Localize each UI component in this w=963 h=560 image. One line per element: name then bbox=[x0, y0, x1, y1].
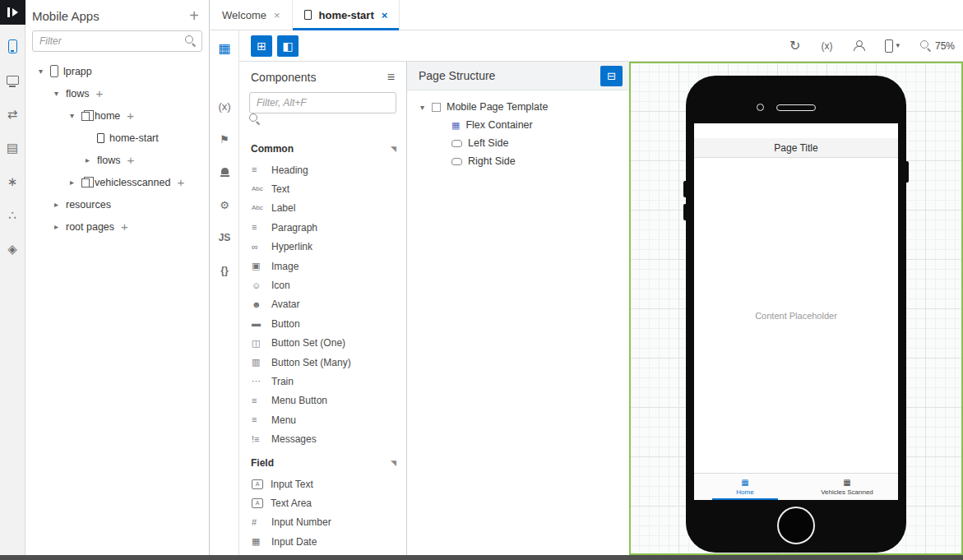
chevron-down-icon: ▾ bbox=[896, 42, 900, 49]
design-canvas[interactable]: Page Title Content Placeholder ▦ Home bbox=[629, 62, 963, 555]
component-item[interactable]: ∞Hyperlink bbox=[239, 238, 406, 257]
section-header[interactable]: Common◥ bbox=[239, 135, 406, 160]
bell-icon[interactable] bbox=[215, 162, 234, 182]
structure-item-left-side[interactable]: Left Side bbox=[407, 134, 629, 152]
refresh-icon[interactable]: ↻ bbox=[789, 39, 800, 53]
tree-item[interactable]: ▸vehiclesscanned+ bbox=[25, 171, 209, 193]
component-item[interactable]: ≡Menu Button bbox=[239, 391, 406, 410]
components-filter-input[interactable] bbox=[249, 92, 396, 113]
component-label: Text bbox=[271, 183, 289, 195]
mobile-apps-icon[interactable] bbox=[4, 38, 21, 54]
publish-button[interactable]: ⊟ bbox=[600, 66, 623, 86]
structure-item-template[interactable]: ▾ Mobile Page Template bbox=[407, 98, 629, 116]
component-item[interactable]: AText Area bbox=[239, 493, 406, 512]
variables-icon[interactable]: (x) bbox=[215, 96, 234, 116]
component-item[interactable]: ▥Button Set (Many) bbox=[239, 353, 406, 372]
component-item[interactable]: AInput Text bbox=[239, 474, 406, 493]
tree-toggle-icon[interactable]: ▾ bbox=[54, 89, 66, 98]
services-swap-icon[interactable]: ⇄ bbox=[4, 105, 21, 122]
component-item[interactable]: !≡Messages bbox=[239, 429, 406, 448]
component-label: Menu Button bbox=[271, 395, 327, 406]
tree-item[interactable]: ▸root pages+ bbox=[25, 215, 209, 238]
tree-toggle-icon[interactable]: ▸ bbox=[70, 178, 81, 187]
add-icon[interactable]: + bbox=[95, 87, 103, 100]
apps-filter-input[interactable] bbox=[32, 30, 202, 52]
zoom-control[interactable]: 75% bbox=[920, 40, 955, 52]
source-view-icon[interactable]: ◈ bbox=[4, 240, 21, 257]
phone-tab-vehicles[interactable]: ▦ Vehicles Scanned bbox=[796, 474, 898, 500]
component-item[interactable]: ☻Avatar bbox=[239, 295, 406, 314]
phone-screen[interactable]: Page Title Content Placeholder ▦ Home bbox=[694, 123, 898, 500]
web-apps-icon[interactable] bbox=[4, 72, 21, 88]
component-item[interactable]: ▣Image bbox=[239, 257, 406, 275]
apps-panel-title: Mobile Apps bbox=[32, 9, 100, 23]
close-icon[interactable]: × bbox=[274, 10, 280, 21]
component-label: Avatar bbox=[271, 299, 299, 310]
add-icon[interactable]: + bbox=[127, 154, 134, 166]
processes-icon[interactable]: ∴ bbox=[4, 206, 21, 223]
tree-item[interactable]: home-start bbox=[25, 127, 209, 149]
tree-item[interactable]: ▸flows+ bbox=[25, 149, 209, 171]
tree-toggle-icon[interactable]: ▸ bbox=[54, 200, 66, 209]
component-icon: ☺ bbox=[252, 280, 264, 291]
page-title-bar[interactable]: Page Title bbox=[694, 138, 898, 158]
tree-item-label: flows bbox=[97, 155, 120, 166]
tree-toggle-icon[interactable]: ▾ bbox=[39, 67, 50, 76]
tab-home-start[interactable]: home-start × bbox=[293, 0, 400, 30]
component-item[interactable]: ▦Input Date bbox=[239, 532, 406, 551]
tree-toggle-icon[interactable]: ▾ bbox=[70, 111, 81, 120]
structure-item-right-side[interactable]: Right Side bbox=[407, 152, 629, 170]
component-item[interactable]: ☺Icon bbox=[239, 275, 406, 294]
device-selector[interactable]: ▾ bbox=[885, 39, 900, 53]
component-item[interactable]: ≡Heading bbox=[239, 160, 406, 179]
component-item[interactable]: ≡Paragraph bbox=[239, 218, 406, 237]
structure-item-flex[interactable]: ▦ Flex Container bbox=[407, 116, 629, 134]
component-item[interactable]: ▬Button bbox=[239, 314, 406, 333]
tree-item[interactable]: ▾flows+ bbox=[25, 82, 209, 104]
close-icon[interactable]: × bbox=[382, 10, 388, 21]
power-button-icon bbox=[906, 161, 909, 183]
live-mode-button[interactable]: ◧ bbox=[277, 35, 299, 57]
search-icon bbox=[185, 35, 196, 46]
content-area[interactable]: Content Placeholder bbox=[694, 158, 898, 473]
component-item[interactable]: #Input Number bbox=[239, 513, 406, 532]
tree-item[interactable]: ▸resources bbox=[25, 193, 209, 215]
component-label: Button Set (Many) bbox=[271, 357, 351, 368]
component-label: Messages bbox=[271, 433, 317, 445]
js-icon[interactable]: JS bbox=[215, 228, 234, 248]
flag-icon[interactable]: ⚑ bbox=[215, 129, 234, 149]
structure-title: Page Structure bbox=[419, 69, 495, 82]
user-settings-icon[interactable] bbox=[853, 40, 864, 51]
gear-icon[interactable]: ⚙ bbox=[215, 195, 234, 215]
component-item[interactable]: ⋯Train bbox=[239, 372, 406, 391]
braces-icon[interactable]: {} bbox=[215, 261, 234, 280]
component-label: Icon bbox=[271, 280, 290, 291]
business-objects-icon[interactable]: ▤ bbox=[4, 139, 21, 155]
add-icon[interactable]: + bbox=[177, 176, 184, 188]
page-designer-icon[interactable]: ▦ bbox=[215, 39, 234, 58]
component-item[interactable]: ≡Menu bbox=[239, 410, 406, 429]
add-app-icon[interactable]: + bbox=[189, 7, 199, 24]
tree-toggle-icon[interactable]: ▸ bbox=[86, 155, 97, 164]
slot-icon bbox=[451, 140, 462, 147]
expression-icon[interactable]: (x) bbox=[821, 41, 832, 51]
add-icon[interactable]: + bbox=[127, 109, 134, 122]
tree-item[interactable]: ▾lprapp bbox=[25, 60, 209, 82]
tree-toggle-icon[interactable]: ▾ bbox=[420, 103, 432, 112]
design-mode-button[interactable]: ⊞ bbox=[251, 35, 272, 57]
apps-panel: Mobile Apps + ▾lprapp▾flows+▾home+home-s… bbox=[25, 0, 210, 555]
components-catalog-icon[interactable]: ∗ bbox=[4, 173, 21, 189]
section-header[interactable]: Field◥ bbox=[239, 449, 406, 474]
pages-icon bbox=[81, 112, 90, 121]
panel-menu-icon[interactable]: ≡ bbox=[387, 70, 395, 85]
component-item[interactable]: AbcText bbox=[239, 179, 406, 198]
tree-toggle-icon[interactable]: ▸ bbox=[54, 222, 66, 231]
tab-welcome[interactable]: Welcome × bbox=[211, 0, 293, 30]
component-item[interactable]: ◫Button Set (One) bbox=[239, 334, 406, 353]
add-icon[interactable]: + bbox=[121, 220, 128, 233]
component-item[interactable]: AbcLabel bbox=[239, 199, 406, 218]
phone-tab-home[interactable]: ▦ Home bbox=[694, 474, 796, 500]
component-icon: # bbox=[252, 517, 264, 528]
tree-item[interactable]: ▾home+ bbox=[25, 104, 209, 127]
section-collapse-icon: ◥ bbox=[391, 145, 396, 153]
